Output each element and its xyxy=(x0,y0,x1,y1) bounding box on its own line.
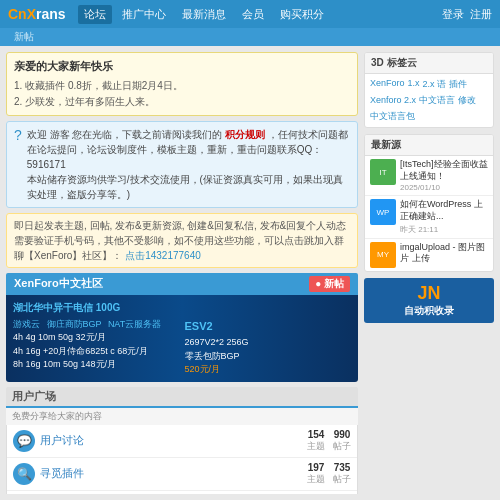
logo: CnXrans xyxy=(8,6,66,22)
banner-bgp: 零丢包防BGP xyxy=(185,350,352,364)
banner-spec2: 4h 16g +20月侍命6825t c 68元/月 xyxy=(13,345,180,359)
plaza-stat-posts2: 735 帖子 xyxy=(333,462,351,486)
info-text: 欢迎 游客 您在光临，下载之前请阅读我们的 积分规则 ，任何技术问题都在论坛提问… xyxy=(27,127,350,202)
list-item: WP 如何在WordPress 上正确建站... 昨天 21:11 xyxy=(365,196,493,238)
banner-spec3: 8h 16g 10m 50g 148元/月 xyxy=(13,358,180,372)
header-right: 登录 注册 xyxy=(442,7,492,22)
banner-spec1: 4h 4g 10m 50g 32元/月 xyxy=(13,331,180,345)
banner-title: 湖北华中异干电信 100G xyxy=(13,300,351,315)
banner-products: 游戏云 御庄商防BGP NAT云服务器 xyxy=(13,318,180,332)
jr-badge-text: 自动积收录 xyxy=(369,304,489,318)
banner-price: 520元/月 xyxy=(185,363,352,377)
nav-news[interactable]: 最新消息 xyxy=(176,5,232,24)
news-avatar-1: IT xyxy=(370,159,396,185)
jr-badge: JN 自动积收录 xyxy=(364,278,494,323)
header-nav: 论坛 推广中心 最新消息 会员 购买积分 xyxy=(78,5,442,24)
news-text-1: [ItsTech]经验全面收益上线通知！ xyxy=(400,159,488,182)
news-content-2: 如何在WordPress 上正确建站... 昨天 21:11 xyxy=(400,199,488,234)
list-item: MY imgalUpload - 图片图片 上传 xyxy=(365,239,493,271)
tag-item[interactable]: XenForo xyxy=(370,78,405,91)
warning-link[interactable]: 点击1432177640 xyxy=(125,250,201,261)
sub-nav: 新帖 xyxy=(0,28,500,46)
plaza-stats-discuss: 154 主题 990 帖子 xyxy=(307,429,351,453)
news-text-3: imgalUpload - 图片图片 上传 xyxy=(400,242,488,265)
nav-buy-points[interactable]: 购买积分 xyxy=(274,5,330,24)
user-plaza: 用户广场 免费分享给大家的内容 💬 用户讨论 154 主题 990 帖子 xyxy=(6,387,358,494)
logo-text: Cn xyxy=(8,6,27,22)
list-item: IT [ItsTech]经验全面收益上线通知！ 2025/01/10 xyxy=(365,156,493,196)
tag-cloud: XenForo 1.x 2.x 语 插件 Xenforo 2.x 中文语言 修改… xyxy=(365,74,493,127)
news-text-2: 如何在WordPress 上正确建站... xyxy=(400,199,488,222)
tag-item[interactable]: 1.x xyxy=(408,78,420,91)
banner-esv2: ESV2 xyxy=(185,318,352,335)
plaza-item-discuss[interactable]: 用户讨论 xyxy=(40,433,302,448)
info-box: ? 欢迎 游客 您在光临，下载之前请阅读我们的 积分规则 ，任何技术问题都在论坛… xyxy=(6,121,358,208)
banner-grid: 游戏云 御庄商防BGP NAT云服务器 4h 4g 10m 50g 32元/月 … xyxy=(13,318,351,377)
banner-ad: 湖北华中异干电信 100G 游戏云 御庄商防BGP NAT云服务器 4h 4g … xyxy=(6,295,358,382)
plaza-icon-discuss: 💬 xyxy=(13,430,35,452)
notice-box: 亲爱的大家新年快乐 1. 收藏插件 0.8折，截止日期2月4日。 2. 少联发，… xyxy=(6,52,358,116)
login-btn[interactable]: 登录 xyxy=(442,7,464,22)
logo-accent: X xyxy=(27,6,36,22)
plaza-item-plugins[interactable]: 寻觅插件 xyxy=(40,466,302,481)
warning-box: 即日起发表主题, 回帖, 发布&更新资源, 创建&回复私信, 发布&回复个人动态… xyxy=(6,213,358,268)
list-item: 💬 用户讨论 154 主题 990 帖子 xyxy=(7,425,357,458)
tag-item[interactable]: 修改 xyxy=(458,94,476,107)
latest-news-title: 最新源 xyxy=(365,135,493,156)
left-column: 亲爱的大家新年快乐 1. 收藏插件 0.8折，截止日期2月4日。 2. 少联发，… xyxy=(6,52,358,494)
news-avatar-2: WP xyxy=(370,199,396,225)
info-icon: ? xyxy=(14,127,22,202)
plaza-stat-topics1: 154 主题 xyxy=(307,429,325,453)
notice-line1: 1. 收藏插件 0.8折，截止日期2月4日。 xyxy=(14,78,350,94)
main: 亲爱的大家新年快乐 1. 收藏插件 0.8折，截止日期2月4日。 2. 少联发，… xyxy=(0,46,500,500)
tag-item[interactable]: 2.x 语 xyxy=(423,78,447,91)
nav-promote[interactable]: 推广中心 xyxy=(116,5,172,24)
banner-server-spec: 2697V2*2 256G xyxy=(185,336,352,350)
news-meta-2: 昨天 21:11 xyxy=(400,224,488,235)
register-btn[interactable]: 注册 xyxy=(470,7,492,22)
banner-col-2: ESV2 2697V2*2 256G 零丢包防BGP 520元/月 xyxy=(185,318,352,377)
news-content-1: [ItsTech]经验全面收益上线通知！ 2025/01/10 xyxy=(400,159,488,192)
right-column: 3D 标签云 XenForo 1.x 2.x 语 插件 Xenforo 2.x … xyxy=(364,52,494,494)
news-avatar-3: MY xyxy=(370,242,396,268)
tag-cloud-title: 3D 标签云 xyxy=(365,53,493,74)
list-item: 🔍 寻觅插件 197 主题 735 帖子 xyxy=(7,458,357,491)
header: CnXrans 论坛 推广中心 最新消息 会员 购买积分 登录 注册 xyxy=(0,0,500,28)
news-meta-1: 2025/01/10 xyxy=(400,183,488,192)
notice-line2: 2. 少联发，过年有多陌生人来。 xyxy=(14,94,350,110)
list-item: ❓ 站长互助 878 主题 3.5K 帖子 xyxy=(7,491,357,494)
notice-title: 亲爱的大家新年快乐 xyxy=(14,58,350,76)
plaza-items: 💬 用户讨论 154 主题 990 帖子 🔍 xyxy=(6,425,358,494)
tag-item[interactable]: Xenforo 2.x 中文语言 xyxy=(370,94,455,107)
nav-forum[interactable]: 论坛 xyxy=(78,5,112,24)
latest-news-section: 最新源 IT [ItsTech]经验全面收益上线通知！ 2025/01/10 W… xyxy=(364,134,494,272)
plaza-stat-topics2: 197 主题 xyxy=(307,462,325,486)
news-content-3: imgalUpload - 图片图片 上传 xyxy=(400,242,488,268)
news-list: IT [ItsTech]经验全面收益上线通知！ 2025/01/10 WP 如何… xyxy=(365,156,493,271)
plaza-icon-search: 🔍 xyxy=(13,463,35,485)
new-post-button[interactable]: ● 新帖 xyxy=(309,276,350,292)
tag-item[interactable]: 插件 xyxy=(449,78,467,91)
tag-cloud-section: 3D 标签云 XenForo 1.x 2.x 语 插件 Xenforo 2.x … xyxy=(364,52,494,128)
tag-item[interactable]: 中文语言包 xyxy=(370,110,415,123)
nav-members[interactable]: 会员 xyxy=(236,5,270,24)
plaza-stats-plugins: 197 主题 735 帖子 xyxy=(307,462,351,486)
plaza-title: 用户广场 xyxy=(6,387,358,408)
xenforo-title: XenForo中文社区 xyxy=(14,276,103,291)
plaza-desc: 免费分享给大家的内容 xyxy=(6,408,358,425)
plaza-stat-posts1: 990 帖子 xyxy=(333,429,351,453)
rules-link[interactable]: 积分规则 xyxy=(225,129,265,140)
sub-nav-new-post[interactable]: 新帖 xyxy=(8,30,40,44)
xenforo-section-title: XenForo中文社区 ● 新帖 xyxy=(6,273,358,295)
banner-col-1: 游戏云 御庄商防BGP NAT云服务器 4h 4g 10m 50g 32元/月 … xyxy=(13,318,180,377)
